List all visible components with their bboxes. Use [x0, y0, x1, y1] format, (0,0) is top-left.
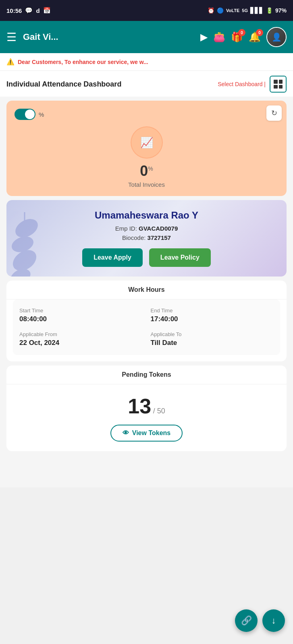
end-time-item: End Time 17:40:00 — [151, 308, 274, 323]
biocode-label: Biocode: — [122, 234, 145, 241]
work-hours-card: Work Hours Start Time 08:40:00 End Time … — [6, 281, 287, 361]
view-tokens-label: View Tokens — [132, 429, 170, 437]
emp-id-label: Emp ID: — [115, 225, 137, 232]
invoice-card: % ↻ 📈 0% Total Invoices — [6, 101, 287, 196]
dashboard-right: Select Dashboard | — [218, 76, 287, 93]
leave-apply-button[interactable]: Leave Apply — [82, 248, 143, 267]
chart-circle: 📈 — [131, 126, 163, 159]
employee-name: Umamaheswara Rao Y — [15, 210, 278, 221]
header-title: Gait Vi... — [23, 32, 194, 42]
leave-policy-button[interactable]: Leave Policy — [149, 248, 211, 267]
bluetooth-icon: 🔵 — [217, 7, 224, 14]
biocode-value: 3727157 — [148, 234, 171, 241]
alert-bar: ⚠️ Dear Customers, To enhance our servic… — [0, 53, 293, 71]
battery-percent: 97% — [275, 7, 287, 14]
grid-view-button[interactable] — [270, 76, 287, 93]
refresh-icon: ↻ — [271, 109, 277, 118]
volte-icon: VoLTE — [226, 8, 239, 13]
gift-badge: 0 — [238, 29, 245, 36]
signal-5g: 5G — [242, 8, 248, 13]
tokens-count: 13 — [128, 394, 151, 418]
wallet-button[interactable]: 👛 — [213, 31, 225, 43]
work-hours-grid: Start Time 08:40:00 End Time 17:40:00 Ap… — [13, 301, 280, 353]
employee-biocode-row: Biocode: 3727157 — [15, 234, 278, 241]
end-time-label: End Time — [151, 308, 274, 314]
start-time-value: 08:40:00 — [19, 315, 143, 323]
emp-id-value: GVACAD0079 — [139, 225, 178, 232]
status-time: 10:56 — [6, 7, 22, 14]
employee-id-row: Emp ID: GVACAD0079 — [15, 225, 278, 232]
link-icon: 🔗 — [241, 615, 252, 626]
applicable-from-item: Applicable From 22 Oct, 2024 — [19, 331, 143, 347]
applicable-to-item: Applicable To Till Date — [151, 331, 274, 347]
pending-tokens-title: Pending Tokens — [6, 365, 287, 384]
fab-area: 🔗 ↓ — [235, 609, 285, 632]
work-hours-inner: Start Time 08:40:00 End Time 17:40:00 Ap… — [13, 299, 280, 355]
gift-button[interactable]: 🎁 0 — [231, 31, 243, 43]
link-fab-button[interactable]: 🔗 — [235, 609, 258, 632]
applicable-to-label: Applicable To — [151, 331, 274, 337]
grid-icon — [274, 80, 283, 89]
work-hours-title: Work Hours — [6, 281, 287, 299]
alert-text: Dear Customers, To enhance our service, … — [18, 59, 148, 65]
status-left: 10:56 💬 d 📅 — [6, 7, 51, 14]
applicable-to-value: Till Date — [151, 339, 274, 347]
play-icon: ▶ — [200, 31, 208, 42]
start-time-label: Start Time — [19, 308, 143, 314]
menu-icon[interactable]: ☰ — [6, 31, 17, 44]
invoice-label: Total Invoices — [15, 181, 278, 188]
employee-buttons: Leave Apply Leave Policy — [15, 248, 278, 267]
leaf-decoration — [6, 204, 43, 272]
start-time-item: Start Time 08:40:00 — [19, 308, 143, 323]
invoice-number: 0% — [15, 163, 278, 180]
download-icon: ↓ — [272, 615, 276, 626]
app-header: ☰ Gait Vi... ▶ 👛 🎁 0 🔔 0 👤 — [0, 21, 293, 53]
dashboard-title: Individual Attendance Dashboard — [6, 80, 121, 89]
dashboard-header: Individual Attendance Dashboard Select D… — [0, 71, 293, 97]
status-bar: 10:56 💬 d 📅 ⏰ 🔵 VoLTE 5G ▋▋▋ 🔋 97% — [0, 0, 293, 21]
percentage-toggle[interactable] — [15, 109, 35, 120]
tokens-content: 13 / 50 👁 View Tokens — [6, 384, 287, 451]
content-area: ⚠️ Dear Customers, To enhance our servic… — [0, 53, 293, 487]
tokens-total: / 50 — [153, 407, 165, 415]
play-button[interactable]: ▶ — [200, 31, 208, 43]
end-time-value: 17:40:00 — [151, 315, 274, 323]
view-tokens-button[interactable]: 👁 View Tokens — [110, 425, 183, 442]
signal-bars: ▋▋▋ — [250, 7, 264, 14]
whatsapp-icon: 💬 — [25, 7, 33, 14]
select-dashboard-link[interactable]: Select Dashboard | — [218, 81, 266, 87]
eye-icon: 👁 — [123, 429, 129, 437]
calendar-icon: 📅 — [43, 7, 51, 14]
phone-icon: d — [36, 7, 39, 14]
notification-badge: 0 — [256, 29, 263, 36]
avatar[interactable]: 👤 — [266, 27, 287, 47]
applicable-from-value: 22 Oct, 2024 — [19, 339, 143, 347]
avatar-image: 👤 — [267, 28, 286, 46]
toggle-knob — [25, 109, 35, 119]
toggle-label: % — [39, 111, 44, 118]
pending-tokens-card: Pending Tokens 13 / 50 👁 View Tokens — [6, 365, 287, 451]
alert-icon: ⚠️ — [6, 58, 15, 66]
battery-icon: 🔋 — [266, 7, 273, 14]
trend-icon: 📈 — [140, 136, 153, 149]
toggle-row: % — [15, 109, 278, 120]
wallet-icon: 👛 — [213, 31, 225, 42]
applicable-from-label: Applicable From — [19, 331, 143, 337]
download-fab-button[interactable]: ↓ — [262, 609, 285, 632]
status-right: ⏰ 🔵 VoLTE 5G ▋▋▋ 🔋 97% — [208, 7, 287, 14]
header-icons: ▶ 👛 🎁 0 🔔 0 👤 — [200, 27, 287, 47]
employee-card: Umamaheswara Rao Y Emp ID: GVACAD0079 Bi… — [6, 200, 287, 277]
refresh-button[interactable]: ↻ — [266, 105, 282, 121]
notification-button[interactable]: 🔔 0 — [249, 31, 261, 43]
alarm-icon: ⏰ — [208, 7, 214, 14]
